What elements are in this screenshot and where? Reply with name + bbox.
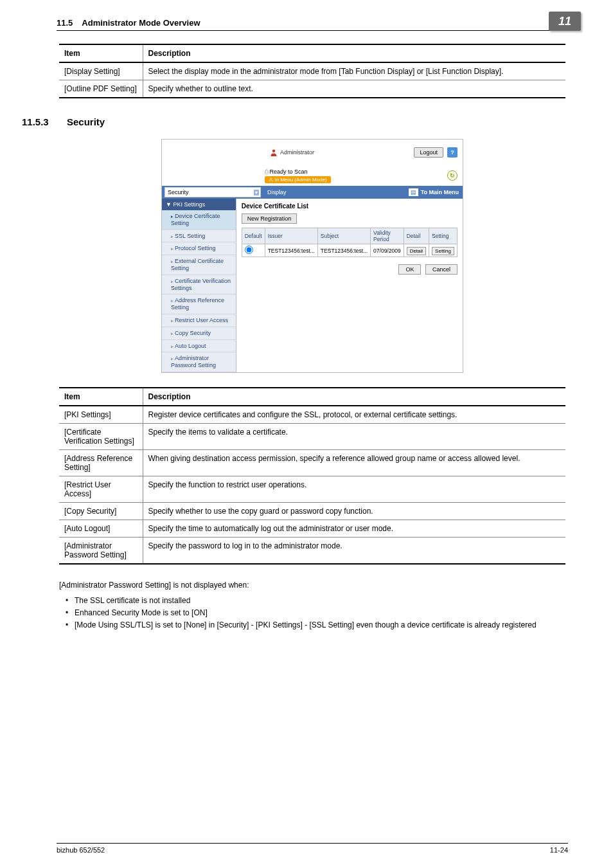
table-row: [Copy Security]Specify whether to use th…	[59, 502, 565, 520]
table-row: [Outline PDF Setting] Specify whether to…	[59, 80, 565, 98]
col-detail: Detail	[404, 228, 429, 244]
table-row: TEST123456:test... TEST123456:test... 07…	[242, 244, 457, 257]
default-radio[interactable]	[245, 246, 253, 254]
sidebar-item-address-ref[interactable]: ▹Address Reference Setting	[162, 294, 236, 314]
cell-desc: Register device certificates and configu…	[143, 406, 565, 424]
subsection-number: 11.5.3	[22, 116, 67, 127]
refresh-icon[interactable]: ↻	[447, 170, 458, 181]
col-default: Default	[242, 228, 265, 244]
arrow-icon: ▹	[171, 259, 173, 264]
logout-button[interactable]: Logout	[414, 147, 443, 158]
cell-desc: Specify the password to log in to the ad…	[143, 537, 565, 564]
cell-item: [Display Setting]	[59, 62, 143, 80]
arrow-icon: ▹	[171, 298, 173, 303]
setting-button[interactable]: Setting	[432, 247, 454, 255]
admin-icon	[270, 149, 278, 156]
note-intro: [Administrator Password Setting] is not …	[59, 580, 565, 591]
arrow-icon: ▹	[171, 356, 173, 361]
cell-item: [Copy Security]	[59, 502, 143, 520]
sidebar-item-restrict-user[interactable]: ▹Restrict User Access	[162, 314, 236, 327]
arrow-icon: ▹	[171, 344, 173, 348]
chevron-down-icon: ▾	[254, 190, 259, 195]
col-head-desc: Description	[143, 388, 565, 406]
sidebar-item-protocol[interactable]: ▹Protocol Setting	[162, 242, 236, 255]
cell-desc: Select the display mode in the administr…	[143, 62, 565, 80]
table-display-settings: Item Description [Display Setting] Selec…	[59, 44, 565, 98]
sidebar-item-copy-security[interactable]: ▹Copy Security	[162, 327, 236, 340]
sidebar-item-device-cert[interactable]: ▸Device Certificate Setting	[162, 210, 236, 230]
sidebar-item-auto-logout[interactable]: ▹Auto Logout	[162, 340, 236, 353]
to-main-menu-link[interactable]: To Main Menu	[421, 189, 459, 195]
cell-item: [Certificate Verification Settings]	[59, 423, 143, 449]
cell-desc: Specify whether to use the copy guard or…	[143, 502, 565, 520]
col-subject: Subject	[317, 228, 370, 244]
help-icon[interactable]: ?	[447, 147, 458, 158]
certificate-table: Default Issuer Subject Validity Period D…	[242, 228, 458, 257]
arrow-icon: ▹	[171, 318, 173, 323]
cell-desc: Specify whether to outline text.	[143, 80, 565, 98]
col-head-desc: Description	[143, 44, 565, 62]
list-item: [Mode Using SSL/TLS] is set to [None] in…	[59, 619, 568, 631]
panel-title: Device Certificate List	[242, 203, 458, 210]
footer-page: 11-24	[550, 846, 568, 854]
table-row: [Certificate Verification Settings]Speci…	[59, 423, 565, 449]
new-registration-button[interactable]: New Registration	[242, 213, 298, 224]
col-setting: Setting	[429, 228, 458, 244]
cell-item: [PKI Settings]	[59, 406, 143, 424]
sidebar-group[interactable]: ▼ PKI Settings	[162, 199, 236, 210]
page-header: 11.5 Administrator Mode Overview	[57, 18, 568, 31]
cell-item: [Administrator Password Setting]	[59, 537, 143, 564]
admin-ui-screenshot: Administrator Logout ? ⎙ Ready to Scan ⚠…	[161, 139, 463, 373]
cell-item: [Auto Logout]	[59, 520, 143, 537]
sidebar: ▼ PKI Settings ▸Device Certificate Setti…	[162, 199, 236, 372]
page-footer: bizhub 652/552 11-24	[57, 843, 568, 854]
cell-item: [Address Reference Setting]	[59, 449, 143, 476]
list-item: The SSL certificate is not installed	[59, 595, 568, 607]
subsection-title: Security	[67, 116, 105, 127]
cell-desc: Specify the function to restrict user op…	[143, 476, 565, 502]
arrow-icon: ▹	[171, 234, 173, 239]
table-row: [Auto Logout]Specify the time to automat…	[59, 520, 565, 537]
table-row: [Address Reference Setting]When giving d…	[59, 449, 565, 476]
subsection-heading: 11.5.3 Security	[22, 116, 568, 127]
svg-point-0	[272, 150, 276, 153]
col-head-item: Item	[59, 388, 143, 406]
sidebar-item-ssl[interactable]: ▹SSL Setting	[162, 230, 236, 243]
cell-validity: 07/09/2009	[371, 244, 404, 257]
sidebar-item-external-cert[interactable]: ▹External Certificate Setting	[162, 255, 236, 275]
cell-desc: Specify the time to automatically log ou…	[143, 520, 565, 537]
section-title: Administrator Mode Overview	[82, 18, 568, 28]
table-row: [PKI Settings]Register device certificat…	[59, 406, 565, 424]
display-button[interactable]: Display	[263, 189, 290, 195]
section-number: 11.5	[57, 18, 73, 28]
arrow-icon: ▹	[171, 279, 173, 284]
status-ready: ⎙ Ready to Scan	[265, 168, 331, 175]
category-dropdown[interactable]: Security ▾	[164, 187, 261, 197]
col-issuer: Issuer	[265, 228, 317, 244]
cell-item: [Outline PDF Setting]	[59, 80, 143, 98]
col-validity: Validity Period	[371, 228, 404, 244]
note-bullets: The SSL certificate is not installed Enh…	[59, 595, 568, 632]
detail-button[interactable]: Detail	[407, 247, 426, 255]
sidebar-item-admin-password[interactable]: ▹Administrator Password Setting	[162, 352, 236, 372]
col-head-item: Item	[59, 44, 143, 62]
cell-item: [Restrict User Access]	[59, 476, 143, 502]
cancel-button[interactable]: Cancel	[425, 264, 458, 275]
table-row: [Restrict User Access]Specify the functi…	[59, 476, 565, 502]
table-row: [Administrator Password Setting]Specify …	[59, 537, 565, 564]
cell-desc: When giving destination access permissio…	[143, 449, 565, 476]
printer-icon: ⎙	[265, 168, 268, 175]
list-icon[interactable]: ▤	[409, 188, 418, 196]
arrow-icon: ▹	[171, 246, 173, 251]
admin-label: Administrator	[280, 149, 314, 156]
arrow-icon: ▸	[171, 214, 173, 219]
sidebar-item-cert-verification[interactable]: ▹Certificate Verification Settings	[162, 275, 236, 295]
chapter-badge: 11	[549, 12, 581, 31]
table-row: [Display Setting] Select the display mod…	[59, 62, 565, 80]
arrow-icon: ▹	[171, 331, 173, 336]
ok-button[interactable]: OK	[398, 264, 421, 275]
cell-subject: TEST123456:test...	[317, 244, 370, 257]
status-menu-badge: ⚠ In Menu (Admin Mode)	[265, 176, 331, 183]
warning-icon: ⚠	[269, 177, 273, 183]
table-security-items: Item Description [PKI Settings]Register …	[59, 387, 565, 565]
